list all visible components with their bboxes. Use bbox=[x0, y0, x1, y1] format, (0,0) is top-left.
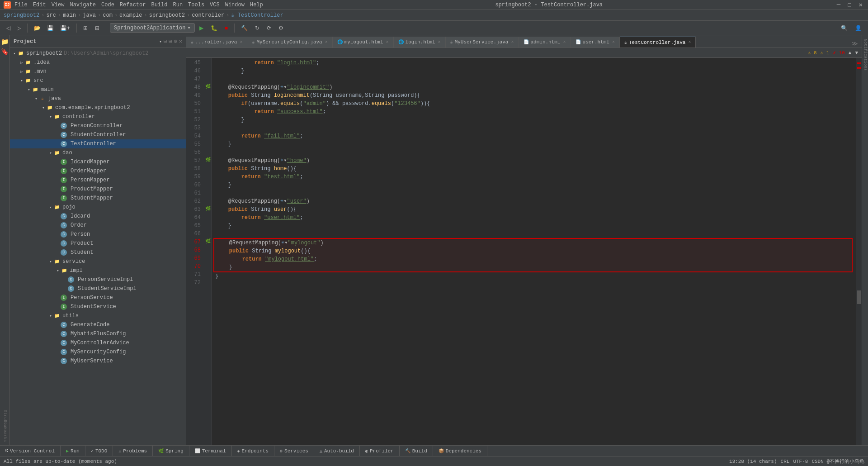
tab-close-roller[interactable]: × bbox=[240, 40, 242, 45]
window-controls[interactable]: — ❐ ✕ bbox=[835, 1, 864, 9]
toolbar-save-all-button[interactable]: 💾+ bbox=[57, 24, 73, 32]
menu-code[interactable]: Code bbox=[101, 2, 114, 8]
menu-tools[interactable]: Tools bbox=[188, 2, 204, 8]
tab-close-admin[interactable]: × bbox=[563, 40, 566, 45]
tree-personmapper[interactable]: I PersonMapper bbox=[10, 176, 186, 185]
breadcrumb-controller[interactable]: controller bbox=[192, 12, 224, 19]
tree-mycontrolleradvice[interactable]: C MyControllerAdvice bbox=[10, 338, 186, 347]
tree-service[interactable]: ▾ 📁 service bbox=[10, 257, 186, 266]
tree-productmapper[interactable]: I ProductMapper bbox=[10, 185, 186, 194]
breadcrumb-main[interactable]: main bbox=[63, 12, 76, 19]
tree-student[interactable]: C Student bbox=[10, 248, 186, 257]
panel-settings-btn[interactable]: ⚙ bbox=[174, 38, 177, 45]
breadcrumb-example[interactable]: example bbox=[119, 12, 142, 19]
bottom-tab-spring[interactable]: 🌿 Spring bbox=[153, 446, 189, 456]
tree-personcontroller[interactable]: C PersonController bbox=[10, 121, 186, 130]
maximize-button[interactable]: ❐ bbox=[846, 1, 853, 9]
bottom-tab-versioncontrol[interactable]: ⑆ Version Control bbox=[0, 446, 61, 456]
tab-close-msc[interactable]: × bbox=[325, 40, 328, 45]
tree-controller[interactable]: ▾ 📁 controller bbox=[10, 112, 186, 121]
menu-refactor[interactable]: Refactor bbox=[120, 2, 146, 8]
run-configuration[interactable]: Springboot2Application ▾ bbox=[110, 23, 195, 33]
menu-help[interactable]: Help bbox=[250, 2, 263, 8]
menu-bar[interactable]: File Edit View Navigate Code Refactor Bu… bbox=[14, 2, 263, 8]
tab-close-login[interactable]: × bbox=[438, 40, 441, 45]
toolbar-update-btn[interactable]: ⟳ bbox=[264, 24, 274, 32]
bottom-tab-dependencies[interactable]: 📦 Dependencies bbox=[433, 446, 487, 456]
tree-studentcontroller[interactable]: C StudentController bbox=[10, 130, 186, 139]
tree-testcontroller[interactable]: C TestController bbox=[10, 139, 186, 148]
toolbar-expand-button[interactable]: ⊞ bbox=[80, 24, 90, 32]
run-button[interactable]: ▶ bbox=[197, 24, 206, 32]
bottom-tab-todo[interactable]: ✓ TODO bbox=[85, 446, 113, 456]
menu-vcs[interactable]: VCS bbox=[210, 2, 220, 8]
bookmark-icon[interactable]: 🔖 bbox=[0, 47, 9, 56]
bottom-tab-services[interactable]: ⚙ Services bbox=[274, 446, 314, 456]
breadcrumb-springboot2b[interactable]: springboot2 bbox=[149, 12, 185, 19]
scroll-track[interactable] bbox=[856, 58, 862, 445]
breadcrumb-testcontroller[interactable]: ☕ TestController bbox=[231, 12, 283, 19]
search-everywhere-button[interactable]: 🔍 bbox=[838, 24, 850, 32]
scroll-thumb[interactable] bbox=[857, 290, 861, 304]
panel-expand-btn[interactable]: ⊞ bbox=[169, 38, 172, 45]
tab-login[interactable]: 🌐 login.html × bbox=[394, 37, 446, 48]
tab-overflow-btn[interactable]: ≫ bbox=[848, 40, 862, 48]
tab-close-tc[interactable]: × bbox=[688, 40, 691, 45]
toolbar-back-button[interactable]: ◁ bbox=[4, 24, 13, 32]
bottom-tab-autobuild[interactable]: △ Auto-build bbox=[314, 446, 360, 456]
breadcrumb-com[interactable]: com bbox=[103, 12, 113, 19]
menu-edit[interactable]: Edit bbox=[33, 2, 46, 8]
panel-collapse-btn[interactable]: ⊟ bbox=[164, 38, 167, 45]
bottom-tab-endpoints[interactable]: ◈ Endpoints bbox=[232, 446, 274, 456]
toolbar-forward-button[interactable]: ▷ bbox=[14, 24, 24, 32]
tree-personserviceimpl[interactable]: C PersonServiceImpl bbox=[10, 275, 186, 284]
toolbar-collapse-button[interactable]: ⊟ bbox=[92, 24, 102, 32]
bottom-tab-run[interactable]: ▶ Run bbox=[61, 446, 85, 456]
tree-idcardmapper[interactable]: I IdcardMapper bbox=[10, 157, 186, 166]
menu-window[interactable]: Window bbox=[225, 2, 245, 8]
toolbar-build-btn[interactable]: 🔨 bbox=[238, 24, 250, 32]
breadcrumb-src[interactable]: src bbox=[46, 12, 56, 19]
tree-java[interactable]: ▾ ☕ java bbox=[10, 94, 186, 103]
notifications-panel-btn[interactable]: Notifications bbox=[863, 39, 868, 71]
bottom-tab-build[interactable]: 🔨 Build bbox=[400, 446, 433, 456]
tree-mysercurityconfig[interactable]: C MySercurityConfig bbox=[10, 347, 186, 357]
tab-close-user[interactable]: × bbox=[612, 40, 615, 45]
tab-mysercurityconfig[interactable]: ☕ MySercurityConfig.java × bbox=[247, 37, 332, 48]
toolbar-open-button[interactable]: 📂 bbox=[31, 24, 43, 32]
tab-testcontroller[interactable]: ☕ TestController.java × bbox=[620, 37, 696, 48]
breadcrumb-java[interactable]: java bbox=[83, 12, 96, 19]
tree-src[interactable]: ▾ 📁 src bbox=[10, 76, 186, 85]
tree-generatecode[interactable]: C GenerateCode bbox=[10, 320, 186, 329]
tree-idea[interactable]: ▷ 📁 .idea bbox=[10, 58, 186, 67]
tree-impl[interactable]: ▾ 📁 impl bbox=[10, 266, 186, 275]
bottom-tab-problems[interactable]: ⚠ Problems bbox=[113, 446, 153, 456]
minimize-button[interactable]: — bbox=[835, 1, 842, 9]
tree-pojo[interactable]: ▾ 📁 pojo bbox=[10, 203, 186, 212]
tree-order[interactable]: C Order bbox=[10, 221, 186, 230]
tree-idcard[interactable]: C Idcard bbox=[10, 212, 186, 221]
nav-up-btn[interactable]: ▲ bbox=[849, 50, 852, 56]
code-area[interactable]: return "login.html"; } @RequestMapping(☀… bbox=[212, 58, 856, 445]
nav-down-btn[interactable]: ▼ bbox=[855, 50, 858, 56]
menu-navigate[interactable]: Navigate bbox=[70, 2, 96, 8]
tree-main[interactable]: ▾ 📁 main bbox=[10, 85, 186, 94]
tree-studentmapper[interactable]: I StudentMapper bbox=[10, 194, 186, 203]
toolbar-refresh-btn[interactable]: ↻ bbox=[252, 24, 262, 32]
tab-myuserservice[interactable]: ☕ MyUserService.java × bbox=[446, 37, 519, 48]
panel-down-arrow[interactable]: ▾ bbox=[159, 39, 162, 44]
hide-icon[interactable] bbox=[0, 436, 9, 445]
tab-close-ml[interactable]: × bbox=[386, 40, 389, 45]
bottom-tab-profiler[interactable]: ◐ Profiler bbox=[360, 446, 400, 456]
breadcrumb-springboot2[interactable]: springboot2 bbox=[4, 12, 39, 19]
bookmarks-icon[interactable]: Bookmarks bbox=[0, 426, 9, 435]
tree-dao[interactable]: ▾ 📁 dao bbox=[10, 148, 186, 157]
tree-utils[interactable]: ▾ 📁 utils bbox=[10, 311, 186, 320]
tab-user[interactable]: 📄 user.html × bbox=[571, 37, 620, 48]
tab-close-mus[interactable]: × bbox=[511, 40, 514, 45]
tab-admin[interactable]: 📄 admin.html × bbox=[519, 37, 571, 48]
tree-root[interactable]: ▾ 📁 springboot2 D:\Users\Admin\springboo… bbox=[10, 49, 186, 58]
tree-mybatisplusconfig[interactable]: C MybatisPlusConfig bbox=[10, 329, 186, 338]
close-button[interactable]: ✕ bbox=[857, 1, 864, 9]
tree-studentserviceimpl[interactable]: C StudentServiceImpl bbox=[10, 284, 186, 293]
